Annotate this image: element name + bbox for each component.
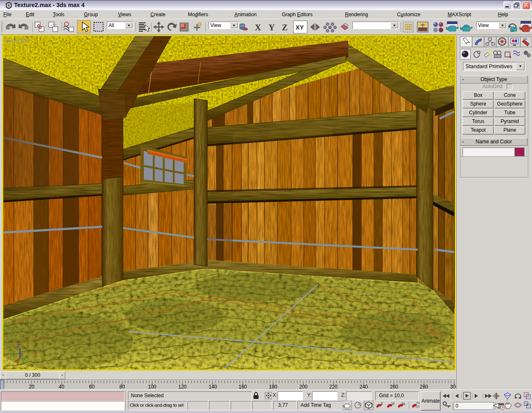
svg-text:Y: Y <box>268 22 275 32</box>
svg-text:280: 280 <box>420 384 428 389</box>
svg-text:40: 40 <box>59 384 64 389</box>
svg-text:20: 20 <box>29 384 34 389</box>
svg-text:140: 140 <box>209 384 217 389</box>
svg-text:260: 260 <box>390 384 398 389</box>
svg-text:80: 80 <box>119 384 125 389</box>
svg-text:2: 2 <box>381 401 383 406</box>
svg-text:220: 220 <box>329 384 337 389</box>
svg-text:200: 200 <box>299 384 308 389</box>
svg-text:Camera03: Camera03 <box>3 37 29 44</box>
svg-text:160: 160 <box>239 384 247 389</box>
svg-text:180: 180 <box>269 384 277 389</box>
svg-text:x: x <box>35 350 37 355</box>
svg-text:Z: Z <box>282 22 288 32</box>
svg-text:XY: XY <box>296 24 304 31</box>
svg-text:100: 100 <box>148 384 156 389</box>
svg-text:60: 60 <box>89 384 95 389</box>
svg-text:120: 120 <box>178 384 187 389</box>
svg-text:%: % <box>402 402 405 406</box>
svg-text:0: 0 <box>456 403 458 409</box>
svg-text:X: X <box>255 22 261 32</box>
svg-text:300: 300 <box>450 384 456 389</box>
svg-text:Z: Z <box>17 343 20 348</box>
svg-text:240: 240 <box>360 384 368 389</box>
